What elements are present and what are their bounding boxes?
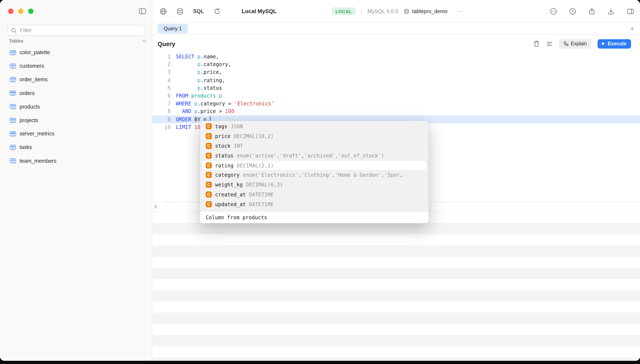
play-icon <box>602 42 605 45</box>
minimize-button[interactable] <box>18 8 23 14</box>
column-name: category <box>215 172 240 178</box>
execute-label: Execute <box>608 41 627 46</box>
autocomplete-popup: CtagsJSONCpriceDECIMAL(10,2)CstockINTCst… <box>200 121 428 223</box>
results-grid <box>152 212 640 361</box>
tab-label: Query 1 <box>164 26 182 31</box>
screen: Tables color_palettecustomersorder_items… <box>0 0 640 364</box>
sidebar-item-orders[interactable]: orders <box>0 86 152 100</box>
autocomplete-item-updated_at[interactable]: Cupdated_atDATETIME <box>202 199 427 209</box>
column-badge-icon: C <box>206 182 212 188</box>
explain-button[interactable]: Explain <box>559 39 591 48</box>
autocomplete-item-rating[interactable]: CratingDECIMAL(2,1) <box>202 160 427 170</box>
main-panel: SQL Local MySQL LOCAL | MySQL 9.6.0 tabl… <box>152 0 640 361</box>
line-number: 9 <box>152 115 170 123</box>
autocomplete-item-partial[interactable]: C <box>202 209 427 211</box>
toolbar-right <box>550 0 634 22</box>
chevron-down-icon <box>142 39 146 42</box>
sidebar-item-color_palette[interactable]: color_palette <box>0 46 152 59</box>
autocomplete-list: CtagsJSONCpriceDECIMAL(10,2)CstockINTCst… <box>200 121 428 211</box>
tab-query-1[interactable]: Query 1 <box>158 24 188 34</box>
execute-button[interactable]: Execute <box>598 39 631 48</box>
sidebar-item-order_items[interactable]: order_items <box>0 73 152 86</box>
code-line-4[interactable]: 4 p.rating, <box>152 76 640 84</box>
database-name: tablepro_demo <box>412 8 448 14</box>
column-name: price <box>215 133 230 139</box>
share-icon[interactable] <box>588 8 596 15</box>
code-line-8[interactable]: 8 AND p.price > 100 <box>152 108 640 115</box>
table-icon <box>10 131 16 136</box>
database-icon[interactable] <box>176 8 184 15</box>
autocomplete-item-created_at[interactable]: Ccreated_atDATETIME <box>202 190 427 199</box>
line-number: 8 <box>152 108 170 115</box>
code-text: p.rating, <box>170 76 225 84</box>
query-title: Query <box>158 40 175 47</box>
download-icon[interactable] <box>608 8 615 15</box>
code-line-2[interactable]: 2 p.category, <box>152 60 640 68</box>
column-type: DECIMAL(6,3) <box>246 182 283 188</box>
table-name: orders <box>20 90 35 96</box>
column-badge-icon: C <box>206 152 212 159</box>
tables-section-header[interactable]: Tables <box>9 38 146 43</box>
format-icon[interactable] <box>546 40 553 47</box>
sidebar-item-projects[interactable]: projects <box>0 114 152 127</box>
autocomplete-item-status[interactable]: Cstatusenum('active','draft','archived',… <box>202 151 427 160</box>
table-name: products <box>20 104 40 110</box>
right-panel-toggle-icon[interactable] <box>626 8 634 15</box>
column-type: DECIMAL(10,2) <box>234 133 274 139</box>
column-type: JSON <box>231 124 243 130</box>
history-clock-icon[interactable] <box>569 8 576 15</box>
toolbar-left: SQL <box>160 0 221 22</box>
filter-input[interactable] <box>19 27 141 34</box>
code-line-6[interactable]: 6FROM products p <box>152 92 640 100</box>
line-number: 6 <box>152 92 170 100</box>
query-tab-bar: Query 1 + <box>152 23 640 35</box>
table-name: server_metrics <box>20 131 54 137</box>
sidebar-item-tasks[interactable]: tasks <box>0 140 152 154</box>
column-type: enum('active','draft','archived','out_of… <box>237 152 384 159</box>
table-icon <box>10 104 16 109</box>
ellipsis-circle-icon[interactable] <box>550 8 557 15</box>
sidebar: Tables color_palettecustomersorder_items… <box>0 0 152 361</box>
autocomplete-item-weight_kg[interactable]: Cweight_kgDECIMAL(6,3) <box>202 180 427 190</box>
autocomplete-item-category[interactable]: Ccategoryenum('Electronics','Clothing','… <box>202 170 427 180</box>
table-name: tasks <box>20 144 32 150</box>
line-number: 7 <box>152 100 170 108</box>
tables-list: color_palettecustomersorder_itemsordersp… <box>0 46 152 168</box>
sql-mode-button[interactable]: SQL <box>193 8 204 14</box>
column-name: rating <box>215 162 234 168</box>
code-line-3[interactable]: 3 p.price, <box>152 68 640 76</box>
code-line-5[interactable]: 5 p.status <box>152 84 640 92</box>
table-name: customers <box>20 63 44 69</box>
zoom-button[interactable] <box>28 8 33 14</box>
autocomplete-item-tags[interactable]: CtagsJSON <box>202 122 427 132</box>
column-type: DECIMAL(2,1) <box>237 162 274 168</box>
code-text: p.price, <box>170 68 222 76</box>
refresh-icon[interactable] <box>213 8 221 15</box>
sidebar-item-customers[interactable]: customers <box>0 59 152 73</box>
table-icon <box>10 77 16 82</box>
table-name: team_members <box>20 158 56 164</box>
autocomplete-item-stock[interactable]: CstockINT <box>202 141 427 151</box>
code-text: WHERE p.category = 'Electronics' <box>170 100 274 108</box>
column-name: tags <box>215 124 227 130</box>
sidebar-toggle-icon[interactable] <box>138 8 147 15</box>
table-icon <box>10 64 16 68</box>
autocomplete-item-price[interactable]: CpriceDECIMAL(10,2) <box>202 132 427 141</box>
search-icon <box>11 28 17 33</box>
add-tab-button[interactable]: + <box>630 25 634 32</box>
database-selector[interactable]: tablepro_demo <box>404 8 448 14</box>
line-number: 1 <box>152 53 170 60</box>
trash-icon[interactable] <box>533 40 540 48</box>
sidebar-item-products[interactable]: products <box>0 100 152 114</box>
globe-icon[interactable] <box>160 8 167 15</box>
code-line-7[interactable]: 7WHERE p.category = 'Electronics' <box>152 100 640 108</box>
close-button[interactable] <box>8 8 13 14</box>
column-badge-icon: C <box>206 172 212 178</box>
connection-title: Local MySQL <box>242 0 276 22</box>
code-line-1[interactable]: 1SELECT p.name, <box>152 53 640 60</box>
column-name: status <box>215 152 234 159</box>
sidebar-item-server_metrics[interactable]: server_metrics <box>0 127 152 140</box>
sidebar-item-team_members[interactable]: team_members <box>0 154 152 168</box>
column-badge-icon: C <box>206 124 212 130</box>
table-icon <box>10 50 16 55</box>
